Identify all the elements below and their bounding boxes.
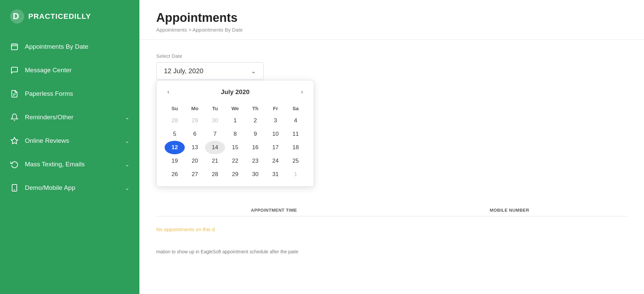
sidebar-item-label: Message Center (25, 67, 72, 74)
document-icon (10, 89, 19, 98)
day-header-fr: Fr (265, 103, 286, 114)
calendar-day[interactable]: 19 (165, 154, 185, 168)
calendar-day[interactable]: 23 (245, 154, 265, 168)
footer-note: mation to show up in EagleSoft appointme… (156, 249, 627, 254)
calendar-day[interactable]: 18 (286, 141, 306, 154)
calendar-day[interactable]: 10 (265, 127, 286, 141)
calendar-day[interactable]: 29 (185, 114, 205, 127)
sidebar-item-label: Appointments By Date (25, 43, 88, 50)
calendar-day[interactable]: 3 (265, 114, 286, 127)
calendar-day[interactable]: 27 (185, 168, 205, 181)
col-appointment-time: APPOINTMENT TIME (156, 208, 392, 213)
calendar-day[interactable]: 2 (245, 114, 265, 127)
calendar-day[interactable]: 30 (245, 168, 265, 181)
day-header-su: Su (165, 103, 185, 114)
calendar-day[interactable]: 14 (205, 141, 225, 154)
calendar-day[interactable]: 26 (165, 168, 185, 181)
calendar-day[interactable]: 17 (265, 141, 286, 154)
calendar-day[interactable]: 28 (205, 168, 225, 181)
calendar-day[interactable]: 4 (286, 114, 306, 127)
sidebar-item-label: Online Reviews (25, 137, 69, 144)
chevron-down-icon: ⌄ (125, 185, 129, 191)
chevron-down-icon: ⌄ (251, 68, 256, 75)
sidebar-item-mass-texting[interactable]: Mass Texting, Emails ⌄ (0, 153, 139, 176)
calendar-day[interactable]: 6 (185, 127, 205, 141)
calendar-day[interactable]: 15 (225, 141, 245, 154)
calendar-day[interactable]: 31 (265, 168, 286, 181)
sidebar-item-demo-mobile[interactable]: Demo/Mobile App ⌄ (0, 176, 139, 200)
selected-date-display: 12 July, 2020 (164, 67, 204, 75)
calendar-day[interactable]: 24 (265, 154, 286, 168)
calendar-day[interactable]: 13 (185, 141, 205, 154)
calendar-day[interactable]: 30 (205, 114, 225, 127)
day-header-sa: Sa (286, 103, 306, 114)
calendar-day[interactable]: 7 (205, 127, 225, 141)
breadcrumb: Appointments > Appointments By Date (156, 27, 627, 33)
sidebar-item-appointments-by-date[interactable]: Appointments By Date (0, 35, 139, 58)
sidebar-item-paperless-forms[interactable]: Paperless Forms (0, 82, 139, 106)
calendar-day[interactable]: 8 (225, 127, 245, 141)
sidebar: D PRACTICEDILLY Appointments By Date (0, 0, 139, 294)
sidebar-item-label: Reminders/Other (25, 114, 74, 121)
sidebar-nav: Appointments By Date Message Center (0, 32, 139, 203)
calendar-day[interactable]: 9 (245, 127, 265, 141)
day-header-tu: Tu (205, 103, 225, 114)
chevron-down-icon: ⌄ (125, 114, 129, 121)
refresh-icon (10, 160, 19, 169)
no-appointments-message: No appointments on this d (156, 220, 627, 239)
calendar-day[interactable]: 1 (286, 168, 306, 181)
sidebar-item-reminders-other[interactable]: Reminders/Other ⌄ (0, 106, 139, 129)
chevron-down-icon: ⌄ (125, 161, 129, 168)
calendar-day[interactable]: 28 (165, 114, 185, 127)
page-header: Appointments Appointments > Appointments… (139, 0, 644, 40)
calendar-month-year: July 2020 (221, 88, 250, 96)
calendar-day[interactable]: 5 (165, 127, 185, 141)
phone-icon (10, 183, 19, 192)
day-header-mo: Mo (185, 103, 205, 114)
calendar-day[interactable]: 16 (245, 141, 265, 154)
chevron-down-icon: ⌄ (125, 138, 129, 144)
calendar-day[interactable]: 21 (205, 154, 225, 168)
next-month-button[interactable]: › (298, 87, 306, 97)
sidebar-item-message-center[interactable]: Message Center (0, 58, 139, 82)
calendar-day[interactable]: 12 (165, 141, 185, 154)
calendar-day[interactable]: 29 (225, 168, 245, 181)
table-header: APPOINTMENT TIME MOBILE NUMBER (156, 208, 627, 216)
sidebar-item-label: Mass Texting, Emails (25, 161, 85, 168)
day-header-we: We (225, 103, 245, 114)
sidebar-item-label: Paperless Forms (25, 90, 73, 97)
chat-icon (10, 66, 19, 75)
prev-month-button[interactable]: ‹ (165, 87, 172, 97)
col-mobile-number: MOBILE NUMBER (392, 208, 627, 213)
main-body: Select Date 12 July, 2020 ⌄ ‹ July 2020 … (139, 40, 644, 294)
bell-icon (10, 113, 19, 122)
calendar-day[interactable]: 22 (225, 154, 245, 168)
sidebar-item-online-reviews[interactable]: Online Reviews ⌄ (0, 129, 139, 153)
star-icon (10, 136, 19, 145)
page-title: Appointments (156, 11, 627, 25)
logo-area: D PRACTICEDILLY (0, 0, 139, 32)
date-picker-trigger[interactable]: 12 July, 2020 ⌄ (156, 62, 264, 80)
calendar-day[interactable]: 1 (225, 114, 245, 127)
calendar-header: ‹ July 2020 › (165, 87, 306, 97)
svg-rect-2 (11, 44, 17, 50)
app-name: PRACTICEDILLY (28, 12, 91, 21)
calendar-day[interactable]: 11 (286, 127, 306, 141)
calendar-dropdown: ‹ July 2020 › Su Mo Tu We Th Fr Sa (156, 80, 314, 187)
sidebar-item-label: Demo/Mobile App (25, 184, 75, 192)
calendar-day[interactable]: 25 (286, 154, 306, 168)
main-content: Appointments Appointments > Appointments… (139, 0, 644, 294)
day-header-th: Th (245, 103, 265, 114)
appointments-table-area: APPOINTMENT TIME MOBILE NUMBER No appoin… (156, 208, 627, 254)
svg-text:D: D (13, 11, 19, 21)
select-date-label: Select Date (156, 53, 627, 59)
calendar-day[interactable]: 20 (185, 154, 205, 168)
logo-icon: D (10, 9, 24, 24)
calendar-grid: Su Mo Tu We Th Fr Sa 2829301234567891011… (165, 103, 306, 181)
calendar-icon (10, 42, 19, 51)
